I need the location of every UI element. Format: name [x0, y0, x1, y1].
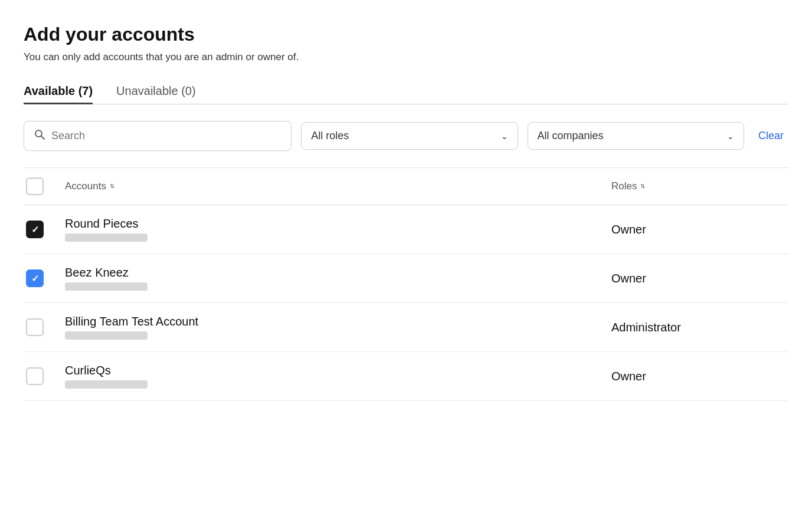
accounts-table: Accounts ⇅ Roles ⇅ ✓ Round Pieces Owner: [24, 167, 788, 401]
table-row: Billing Team Test Account Administrator: [24, 303, 788, 352]
role-cell-curlieqs: Owner: [611, 352, 788, 401]
role-text-round-pieces: Owner: [611, 223, 646, 236]
role-cell-billing-team: Administrator: [611, 303, 788, 352]
account-cell-curlieqs: CurlieQs: [65, 352, 611, 401]
search-icon: [34, 129, 45, 143]
role-text-beez-kneez: Owner: [611, 272, 646, 285]
checkbox-curlieqs[interactable]: [26, 367, 44, 385]
table-row: ✓ Beez Kneez Owner: [24, 254, 788, 303]
checkbox-cell-round-pieces: ✓: [24, 205, 65, 254]
roles-sort[interactable]: Roles ⇅: [611, 180, 645, 192]
companies-dropdown[interactable]: All companies ⌄: [528, 122, 744, 150]
accounts-header: Accounts ⇅: [65, 168, 611, 205]
checkbox-cell-curlieqs: [24, 352, 65, 401]
role-text-curlieqs: Owner: [611, 370, 646, 383]
page-subtitle: You can only add accounts that you are a…: [24, 51, 788, 63]
account-sub-billing-team: [65, 331, 148, 340]
checkbox-cell-beez-kneez: ✓: [24, 254, 65, 303]
account-cell-round-pieces: Round Pieces: [65, 205, 611, 254]
checkbox-cell-billing-team: [24, 303, 65, 352]
account-cell-billing-team: Billing Team Test Account: [65, 303, 611, 352]
roles-dropdown[interactable]: All roles ⌄: [301, 122, 518, 150]
account-cell-beez-kneez: Beez Kneez: [65, 254, 611, 303]
account-sub-beez-kneez: [65, 282, 148, 291]
tab-available[interactable]: Available (7): [24, 80, 93, 104]
role-cell-round-pieces: Owner: [611, 205, 788, 254]
table-header: Accounts ⇅ Roles ⇅: [24, 168, 788, 205]
accounts-sort-icon: ⇅: [110, 183, 114, 189]
role-cell-beez-kneez: Owner: [611, 254, 788, 303]
account-sub-curlieqs: [65, 380, 148, 389]
account-name-billing-team: Billing Team Test Account: [65, 315, 611, 328]
search-input[interactable]: [51, 130, 281, 142]
page-title: Add your accounts: [24, 24, 788, 45]
clear-button[interactable]: Clear: [754, 127, 788, 144]
account-name-curlieqs: CurlieQs: [65, 364, 611, 377]
accounts-sort[interactable]: Accounts ⇅: [65, 180, 114, 192]
search-container: [24, 121, 292, 151]
roles-header: Roles ⇅: [611, 168, 788, 205]
svg-line-1: [41, 136, 45, 140]
tab-unavailable[interactable]: Unavailable (0): [116, 80, 196, 104]
select-all-checkbox[interactable]: [26, 177, 44, 195]
filters-row: All roles ⌄ All companies ⌄ Clear: [24, 121, 788, 151]
checkbox-beez-kneez[interactable]: ✓: [26, 269, 44, 287]
roles-sort-icon: ⇅: [640, 183, 645, 189]
roles-dropdown-arrow: ⌄: [501, 132, 508, 141]
checkbox-round-pieces[interactable]: ✓: [26, 221, 44, 238]
role-text-billing-team: Administrator: [611, 321, 681, 334]
account-name-round-pieces: Round Pieces: [65, 217, 611, 231]
companies-dropdown-arrow: ⌄: [727, 132, 734, 141]
table-row: ✓ Round Pieces Owner: [24, 205, 788, 254]
checkbox-billing-team[interactable]: [26, 318, 44, 336]
account-name-beez-kneez: Beez Kneez: [65, 266, 611, 280]
select-all-cell: [24, 168, 65, 205]
tabs-container: Available (7) Unavailable (0): [24, 80, 788, 104]
table-row: CurlieQs Owner: [24, 352, 788, 401]
account-sub-round-pieces: [65, 234, 148, 242]
